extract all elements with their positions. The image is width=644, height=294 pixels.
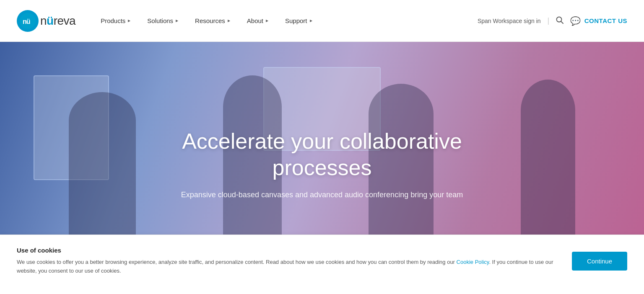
search-icon[interactable] <box>556 16 564 26</box>
header-divider: | <box>548 16 550 25</box>
logo-icon: nü <box>17 10 39 32</box>
cookie-body: We use cookies to offer you a better bro… <box>17 258 555 276</box>
resources-arrow-icon: ▶ <box>228 19 230 23</box>
cookie-banner: Use of cookies We use cookies to offer y… <box>0 235 644 287</box>
person-silhouette-4 <box>521 80 575 235</box>
header-left: nü nüreva Products ▶ Solutions ▶ Resourc… <box>17 10 321 32</box>
support-arrow-icon: ▶ <box>310 19 312 23</box>
hero-section: Accelerate your collaborative processes … <box>0 42 644 235</box>
sign-in-link[interactable]: Span Workspace sign in <box>478 18 541 24</box>
nav-about[interactable]: About ▶ <box>239 13 277 28</box>
site-header: nü nüreva Products ▶ Solutions ▶ Resourc… <box>0 0 644 42</box>
hero-title: Accelerate your collaborative processes <box>154 128 490 181</box>
contact-chat-icon: 💬 <box>570 16 581 26</box>
products-arrow-icon: ▶ <box>128 19 130 23</box>
header-right: Span Workspace sign in | 💬 CONTACT US <box>478 16 627 26</box>
about-arrow-icon: ▶ <box>266 19 268 23</box>
cookie-continue-button[interactable]: Continue <box>572 252 627 271</box>
main-nav: Products ▶ Solutions ▶ Resources ▶ About… <box>92 13 320 28</box>
person-silhouette-1 <box>69 92 136 235</box>
solutions-arrow-icon: ▶ <box>176 19 178 23</box>
logo[interactable]: nü nüreva <box>17 10 75 32</box>
nav-resources[interactable]: Resources ▶ <box>187 13 239 28</box>
contact-us-button[interactable]: 💬 CONTACT US <box>570 16 627 26</box>
nav-support[interactable]: Support ▶ <box>277 13 321 28</box>
cookie-policy-link[interactable]: Cookie Policy <box>457 259 489 265</box>
svg-text:nü: nü <box>23 18 30 25</box>
logo-wordmark: nüreva <box>40 14 75 28</box>
nav-solutions[interactable]: Solutions ▶ <box>139 13 187 28</box>
hero-content: Accelerate your collaborative processes … <box>154 128 490 201</box>
cookie-text-area: Use of cookies We use cookies to offer y… <box>17 247 555 276</box>
cookie-title: Use of cookies <box>17 247 555 254</box>
svg-line-3 <box>561 21 563 23</box>
nav-products[interactable]: Products ▶ <box>92 13 139 28</box>
hero-subtitle: Expansive cloud-based canvases and advan… <box>154 189 490 201</box>
